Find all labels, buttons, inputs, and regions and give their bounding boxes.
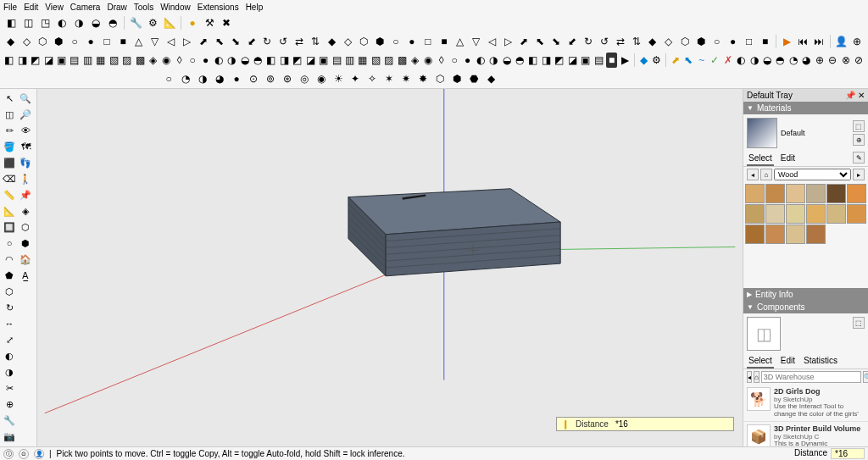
back-icon[interactable]: ◂ <box>747 371 752 383</box>
display-pane-icon[interactable]: ⬚ <box>853 120 865 132</box>
tool-icon[interactable]: ▣ <box>318 53 329 68</box>
tool-icon[interactable]: ⇅ <box>630 34 644 49</box>
material-category-select[interactable]: Wood <box>774 169 851 180</box>
drawing-tool-icon[interactable]: 📌 <box>18 187 33 202</box>
tool-icon[interactable]: ⊙ <box>246 71 261 86</box>
drawing-tool-icon[interactable]: 🔎 <box>18 107 33 122</box>
tool-icon[interactable]: ▥ <box>82 53 93 68</box>
tool-icon[interactable]: ~ <box>696 53 707 68</box>
component-item[interactable]: 🐕2D Girls Dogby SketchUpUse the Interact… <box>743 385 868 422</box>
material-swatch[interactable] <box>765 224 785 244</box>
tool-icon[interactable]: ◇ <box>19 34 34 49</box>
tool-icon[interactable]: ▷ <box>180 34 194 49</box>
tool-icon[interactable]: ⬉ <box>533 34 548 49</box>
tool-icon[interactable]: ⬡ <box>36 34 50 49</box>
measurement-value[interactable]: *16 <box>615 419 728 429</box>
tool-icon[interactable]: ● <box>404 34 419 49</box>
tool-icon[interactable]: ● <box>185 15 200 30</box>
tray-title-bar[interactable]: Default Tray 📌 ✕ <box>743 89 868 102</box>
tool-icon[interactable]: ↻ <box>260 34 275 49</box>
tool-icon[interactable]: ◑ <box>748 53 760 68</box>
tool-icon[interactable]: ✗ <box>722 53 733 68</box>
tool-icon[interactable]: ▤ <box>331 53 342 68</box>
tool-icon[interactable]: ⬡ <box>357 34 371 49</box>
drawing-tool-icon[interactable]: ⌫ <box>2 171 17 186</box>
tool-icon[interactable]: ⬋ <box>565 34 580 49</box>
tool-icon[interactable]: ▥ <box>344 53 355 68</box>
tool-icon[interactable]: ⬉ <box>683 53 694 68</box>
tool-icon[interactable]: ◩ <box>554 53 565 68</box>
tool-icon[interactable]: ◧ <box>3 53 14 68</box>
tool-icon[interactable]: ● <box>84 34 98 49</box>
tool-icon[interactable]: ◆ <box>646 34 660 49</box>
drawing-tool-icon[interactable]: ✂ <box>2 380 17 396</box>
tab-edit[interactable]: Edit <box>779 152 797 166</box>
tool-icon[interactable]: ⬋ <box>244 34 259 49</box>
drawing-tool-icon[interactable]: ⊕ <box>2 396 17 412</box>
tool-icon[interactable]: ◇ <box>661 34 676 49</box>
material-swatch[interactable] <box>745 184 765 203</box>
menu-window[interactable]: Window <box>160 3 191 12</box>
drawing-tool-icon[interactable]: ○ <box>2 236 17 251</box>
tool-icon[interactable]: ◒ <box>501 53 512 68</box>
menu-camera[interactable]: Camera <box>70 3 101 12</box>
drawing-tool-icon[interactable]: 🗺 <box>18 139 33 154</box>
next-icon[interactable]: ⏭ <box>812 34 826 49</box>
tool-icon[interactable]: ▨ <box>383 53 394 68</box>
tool-icon[interactable]: ◉ <box>314 71 329 86</box>
tray-controls[interactable]: 📌 ✕ <box>845 91 865 100</box>
tool-icon[interactable]: ◳ <box>37 15 53 30</box>
drawing-tool-icon[interactable]: ⤢ <box>2 332 17 347</box>
tool-icon[interactable]: ⬊ <box>549 34 564 49</box>
tool-icon[interactable]: □ <box>100 34 114 49</box>
tool-icon[interactable]: ⊗ <box>840 53 851 68</box>
tool-icon[interactable]: ▣ <box>580 53 591 68</box>
drawing-tool-icon[interactable]: ⬡ <box>2 284 17 299</box>
drawing-tool-icon[interactable]: ↻ <box>2 300 17 315</box>
material-swatch[interactable] <box>765 184 785 203</box>
drawing-tool-icon[interactable]: ⬟ <box>2 268 17 283</box>
tool-icon[interactable]: ◑ <box>195 71 210 86</box>
drawing-tool-icon[interactable]: ⬢ <box>18 236 33 251</box>
tool-icon[interactable]: ◆ <box>637 53 648 68</box>
tool-icon[interactable]: ● <box>200 53 211 68</box>
tool-icon[interactable]: ▨ <box>121 53 132 68</box>
tool-icon[interactable]: ⊕ <box>850 34 865 49</box>
tool-icon[interactable]: ⬢ <box>373 34 387 49</box>
tool-icon[interactable]: ◐ <box>213 53 224 68</box>
tool-icon[interactable]: ■ <box>437 34 451 49</box>
tool-icon[interactable]: ⬈ <box>196 34 210 49</box>
tool-icon[interactable]: ⬈ <box>517 34 531 49</box>
tool-icon[interactable]: ◐ <box>735 53 746 68</box>
drawing-tool-icon[interactable]: ⬡ <box>18 219 33 235</box>
tool-icon[interactable]: ◧ <box>3 15 19 30</box>
drawing-tool-icon[interactable]: ↔ <box>2 316 17 331</box>
tool-icon[interactable]: ⬡ <box>677 34 692 49</box>
tool-icon[interactable]: ✧ <box>364 71 380 86</box>
status-icon[interactable]: 👤 <box>34 449 44 459</box>
tool-icon[interactable]: ◩ <box>292 53 303 68</box>
tool-icon[interactable]: ◓ <box>775 53 786 68</box>
tool-icon[interactable]: ◔ <box>178 71 193 86</box>
drawing-tool-icon[interactable]: ◈ <box>18 203 33 219</box>
drawing-tool-icon[interactable]: 📷 <box>2 429 17 444</box>
tool-icon[interactable]: △ <box>132 34 147 49</box>
tool-icon[interactable]: ○ <box>186 53 198 68</box>
tool-icon[interactable]: ○ <box>709 34 724 49</box>
tool-icon[interactable]: ◊ <box>436 53 447 68</box>
tool-icon[interactable]: ◓ <box>515 53 526 68</box>
menu-tools[interactable]: Tools <box>134 3 153 12</box>
tool-icon[interactable]: ⊚ <box>263 71 278 86</box>
tab-statistics[interactable]: Statistics <box>802 354 839 369</box>
drawing-tool-icon[interactable]: 🔍 <box>18 91 33 106</box>
tool-icon[interactable]: ◊ <box>174 53 185 68</box>
tool-icon[interactable]: ◉ <box>423 53 434 68</box>
tool-icon[interactable]: ✶ <box>381 71 397 86</box>
tool-icon[interactable]: ■ <box>758 34 772 49</box>
material-swatch[interactable] <box>806 204 826 224</box>
menu-help[interactable]: Help <box>246 3 264 12</box>
tool-icon[interactable]: ◧ <box>265 53 276 68</box>
sample-paint-icon[interactable]: ✎ <box>853 152 865 163</box>
current-material-swatch[interactable] <box>747 118 777 148</box>
drawing-tool-icon[interactable]: 👣 <box>18 155 33 170</box>
